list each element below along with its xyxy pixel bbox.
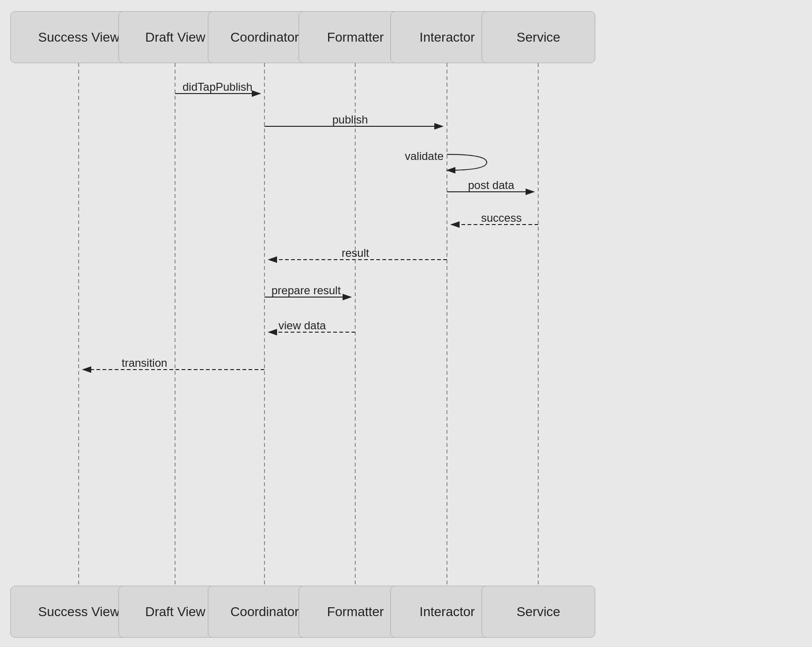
label-prepare-result: prepare result (271, 284, 341, 297)
sequence-diagram: Success View Draft View Coordinator Form… (0, 0, 812, 647)
label-result: result (342, 247, 369, 260)
actor-service-bottom: Service (482, 586, 595, 638)
label-publish: publish (332, 113, 368, 126)
label-didTapPublish: didTapPublish (183, 80, 252, 94)
label-post-data: post data (468, 179, 514, 192)
actor-service-top: Service (482, 11, 595, 63)
diagram-svg (0, 0, 812, 647)
label-transition: transition (122, 356, 167, 370)
label-success: success (481, 211, 522, 225)
label-validate: validate (405, 150, 444, 163)
label-view-data: view data (278, 319, 326, 332)
